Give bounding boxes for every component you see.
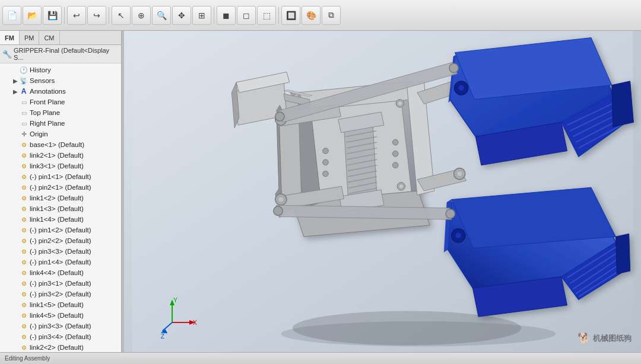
component-icon: ⚙ xyxy=(19,247,28,256)
plane-icon: ▭ xyxy=(19,119,28,128)
wireframe-button[interactable]: ◻ xyxy=(237,6,256,25)
tree-item-sensors[interactable]: ▶ 📡 Sensors xyxy=(0,75,121,86)
arrow xyxy=(12,120,19,127)
tree-label: (-) pin3<3> (Default) xyxy=(30,248,91,255)
component-icon: ⚙ xyxy=(19,193,28,203)
pan-button[interactable]: ✥ xyxy=(172,6,191,25)
tab-feature-manager[interactable]: FM xyxy=(0,31,20,44)
redo-button[interactable]: ↪ xyxy=(87,6,106,25)
tree-item-pin33[interactable]: ⚙ (-) pin3<3> (Default) xyxy=(0,246,121,257)
tree-item-pin3-2[interactable]: ⚙ (-) pin3<2> (Default) xyxy=(0,289,121,299)
new-button[interactable]: 📄 xyxy=(2,6,21,25)
tree-item-history[interactable]: 🕐 History xyxy=(0,65,121,75)
component-icon: ⚙ xyxy=(19,204,28,213)
undo-button[interactable]: ↩ xyxy=(67,6,86,25)
part-name-header[interactable]: 🔧 GRIPPER-Final (Default<Display S... xyxy=(0,45,121,63)
toolbar-group-view: ↖ ⊕ 🔍 ✥ ⊞ xyxy=(112,6,211,25)
tree-item-link45[interactable]: ⚙ link4<5> (Default) xyxy=(0,310,121,321)
rotate-button[interactable]: ⊕ xyxy=(132,6,151,25)
tree-label: (-) pin2<2> (Default) xyxy=(30,237,91,244)
plane-icon: ▭ xyxy=(19,97,28,107)
tree-item-link13[interactable]: ⚙ link1<3> (Default) xyxy=(0,203,121,214)
tree-item-link14[interactable]: ⚙ link1<4> (Default) xyxy=(0,214,121,225)
select-button[interactable]: ↖ xyxy=(112,6,131,25)
component-icon: ⚙ xyxy=(19,215,28,224)
tree-item-pin21[interactable]: ⚙ (-) pin2<1> (Default) xyxy=(0,182,121,193)
toolbar-group-view2: 🔲 🎨 ⧉ xyxy=(281,6,341,25)
arrow xyxy=(12,323,19,330)
tree-label: link1<2> (Default) xyxy=(30,194,84,202)
toolbar-group-edit: ↩ ↪ xyxy=(67,6,106,25)
arrow xyxy=(12,269,19,276)
tree-label: Origin xyxy=(30,130,48,138)
arrow xyxy=(12,173,19,180)
zoom-button[interactable]: 🔍 xyxy=(152,6,171,25)
tree-label: link3<1> (Default) xyxy=(30,162,84,170)
tree-item-origin[interactable]: ✛ Origin xyxy=(0,129,121,139)
feature-tree[interactable]: 🕐 History ▶ 📡 Sensors ▶ A Annotations xyxy=(0,63,121,352)
component-icon: ⚙ xyxy=(19,311,28,320)
component-icon: ⚙ xyxy=(19,321,28,331)
svg-point-44 xyxy=(392,162,398,168)
tree-item-pin3-4[interactable]: ⚙ (-) pin3<4> (Default) xyxy=(0,331,121,342)
component-icon: ⚙ xyxy=(19,151,28,160)
tree-label: (-) pin3<1> (Default) xyxy=(30,280,91,287)
separator-4 xyxy=(278,7,279,24)
arrow xyxy=(12,237,19,244)
tree-label: Right Plane xyxy=(30,120,65,127)
display-manager-button[interactable]: 🎨 xyxy=(302,6,320,25)
shaded-button[interactable]: ◼ xyxy=(217,6,236,25)
arrow xyxy=(12,205,19,212)
svg-point-34 xyxy=(398,102,402,106)
tree-label: (-) pin1<4> (Default) xyxy=(30,258,91,266)
tree-item-link21[interactable]: ⚙ link2<1> (Default) xyxy=(0,150,121,161)
svg-text:Y: Y xyxy=(173,296,177,304)
tab-property-manager[interactable]: PM xyxy=(20,31,40,44)
tree-item-link44[interactable]: ⚙ link4<4> (Default) xyxy=(0,267,121,278)
tree-label: (-) pin3<4> (Default) xyxy=(30,333,91,340)
viewport[interactable]: Y X Z 🐕 机械图纸狗 xyxy=(124,31,641,352)
save-button[interactable]: 💾 xyxy=(43,6,62,25)
part-name-label: GRIPPER-Final (Default<Display S... xyxy=(14,47,119,61)
tree-label: (-) pin2<1> (Default) xyxy=(30,184,91,191)
plane-icon: ▭ xyxy=(19,108,28,117)
tree-label: Annotations xyxy=(30,88,66,95)
arrow xyxy=(12,162,19,170)
section-view-button[interactable]: ⧉ xyxy=(322,6,341,25)
svg-text:X: X xyxy=(193,319,197,326)
tree-item-front-plane[interactable]: ▭ Front Plane xyxy=(0,97,121,107)
tree-item-top-plane[interactable]: ▭ Top Plane xyxy=(0,107,121,118)
svg-marker-68 xyxy=(612,81,634,127)
status-bar: Editing Assembly xyxy=(0,352,641,364)
panel-tabs: FM PM CM xyxy=(0,31,121,45)
tree-item-pin14[interactable]: ⚙ (-) pin1<4> (Default) xyxy=(0,257,121,267)
tree-item-pin22[interactable]: ⚙ (-) pin2<2> (Default) xyxy=(0,235,121,246)
tree-item-pin3-1[interactable]: ⚙ (-) pin3<1> (Default) xyxy=(0,278,121,289)
arrow xyxy=(12,141,19,148)
tree-item-pin11[interactable]: ⚙ (-) pin1<1> (Default) xyxy=(0,171,121,182)
open-button[interactable]: 📂 xyxy=(23,6,42,25)
component-icon: ⚙ xyxy=(19,289,28,299)
tree-item-link15[interactable]: ⚙ link1<5> (Default) xyxy=(0,299,121,310)
hidden-button[interactable]: ⬚ xyxy=(257,6,276,25)
separator-2 xyxy=(109,7,109,24)
tree-item-annotations[interactable]: ▶ A Annotations xyxy=(0,86,121,97)
tree-item-pin12[interactable]: ⚙ (-) pin1<2> (Default) xyxy=(0,225,121,235)
tree-item-base1[interactable]: ⚙ base<1> (Default) xyxy=(0,139,121,150)
arrow xyxy=(12,98,19,106)
svg-point-40 xyxy=(323,159,329,165)
svg-marker-80 xyxy=(615,234,630,274)
fit-button[interactable]: ⊞ xyxy=(192,6,211,25)
arrow xyxy=(12,344,19,351)
tab-config-manager[interactable]: CM xyxy=(39,31,59,44)
tree-item-link12[interactable]: ⚙ link1<2> (Default) xyxy=(0,193,121,203)
watermark-icon: 🐕 xyxy=(577,332,591,345)
tree-item-pin3-3[interactable]: ⚙ (-) pin3<3> (Default) xyxy=(0,321,121,331)
component-icon: ⚙ xyxy=(19,225,28,235)
tree-item-link31[interactable]: ⚙ link3<1> (Default) xyxy=(0,161,121,171)
tree-label: link2<2> (Default) xyxy=(30,344,84,351)
view-orient-button[interactable]: 🔲 xyxy=(281,6,300,25)
tree-item-link22[interactable]: ⚙ link2<2> (Default) xyxy=(0,342,121,352)
tree-item-right-plane[interactable]: ▭ Right Plane xyxy=(0,118,121,129)
tree-label: base<1> (Default) xyxy=(30,141,84,148)
